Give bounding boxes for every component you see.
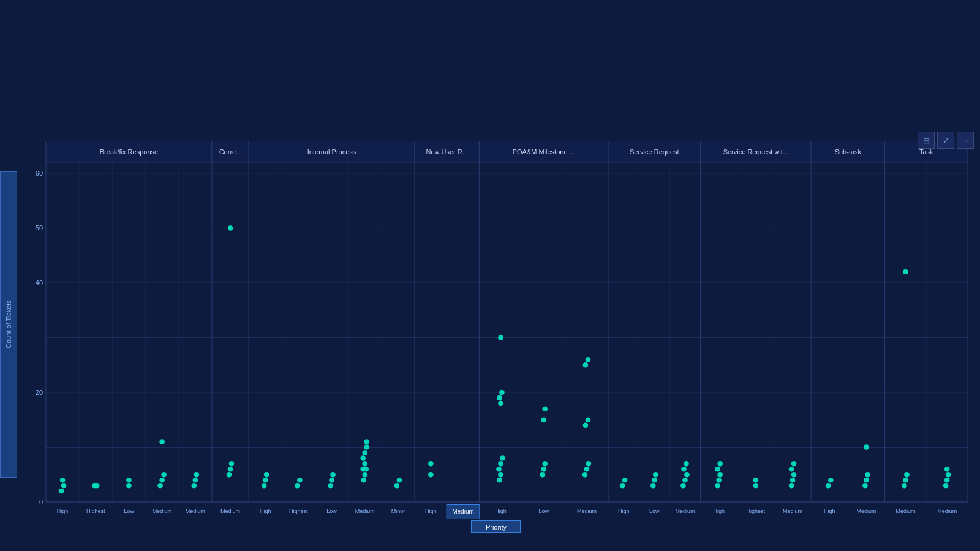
top-area [0, 0, 980, 141]
more-button[interactable]: ··· [957, 132, 974, 149]
y-axis-label: Count of Tickets [0, 171, 17, 478]
toolbar: ⊟ ⤢ ··· [918, 132, 974, 149]
chart-wrapper: Count of Tickets [0, 141, 980, 551]
expand-button[interactable]: ⤢ [937, 132, 954, 149]
filter-button[interactable]: ⊟ [918, 132, 935, 149]
